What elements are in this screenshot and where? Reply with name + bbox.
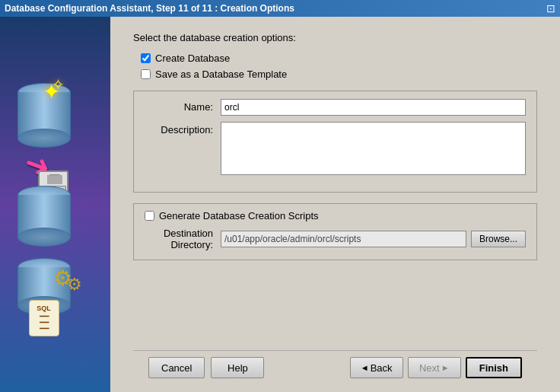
help-button[interactable]: Help	[211, 357, 264, 378]
next-arrow: ►	[441, 363, 450, 372]
right-buttons: ◄ Back Next ► Finish	[350, 357, 522, 378]
create-db-checkbox[interactable]	[141, 53, 151, 63]
gen-scripts-checkbox[interactable]	[145, 211, 154, 221]
finish-button[interactable]: Finish	[466, 357, 522, 378]
main-content: ✦ ✧ ➜ ⚙ ⚙	[0, 17, 560, 392]
back-label: Back	[371, 362, 393, 374]
sql-scroll-icon: SQL ━━━ ━━━ ━━━	[29, 300, 59, 336]
back-button[interactable]: ◄ Back	[350, 357, 403, 378]
next-label: Next	[419, 362, 440, 374]
create-db-row: Create Database	[141, 53, 537, 64]
back-arrow: ◄	[361, 363, 369, 372]
title-text: Database Configuration Assistant, Step 1…	[5, 3, 294, 14]
name-row: Name:	[145, 99, 526, 116]
dest-input[interactable]	[221, 231, 466, 247]
title-icon: ⊡	[546, 2, 555, 14]
template-row: Save as a Database Template	[141, 69, 537, 80]
description-label: Description:	[145, 122, 213, 135]
scripts-section: Generate Database Creation Scripts Desti…	[133, 203, 537, 260]
star-icon2: ✧	[52, 75, 65, 94]
left-panel-image: ✦ ✧ ➜ ⚙ ⚙	[6, 75, 105, 334]
save-template-checkbox[interactable]	[141, 69, 151, 79]
cancel-button[interactable]: Cancel	[148, 357, 205, 378]
template-fieldset: Name: Description:	[133, 91, 537, 193]
gen-scripts-label: Generate Database Creation Scripts	[159, 210, 319, 221]
browse-button[interactable]: Browse...	[471, 231, 526, 247]
create-db-label: Create Database	[155, 53, 230, 64]
section-title: Select the database creation options:	[133, 32, 537, 43]
scripts-title-row: Generate Database Creation Scripts	[145, 210, 526, 221]
left-buttons: Cancel Help	[148, 357, 264, 378]
next-button[interactable]: Next ►	[408, 357, 461, 378]
bottom-bar: Cancel Help ◄ Back Next ► Finish	[133, 350, 537, 384]
description-row: Description:	[145, 122, 526, 175]
title-bar: Database Configuration Assistant, Step 1…	[0, 0, 560, 17]
save-template-label: Save as a Database Template	[155, 69, 287, 80]
name-input[interactable]	[221, 99, 526, 116]
gear-icon-2: ⚙	[67, 275, 82, 295]
left-panel: ✦ ✧ ➜ ⚙ ⚙	[0, 17, 110, 392]
dest-label: DestinationDirectory:	[145, 228, 213, 250]
right-panel: Select the database creation options: Cr…	[110, 17, 560, 392]
description-textarea[interactable]	[221, 122, 526, 175]
dest-row: DestinationDirectory: Browse...	[145, 228, 526, 250]
name-label: Name:	[145, 99, 213, 113]
